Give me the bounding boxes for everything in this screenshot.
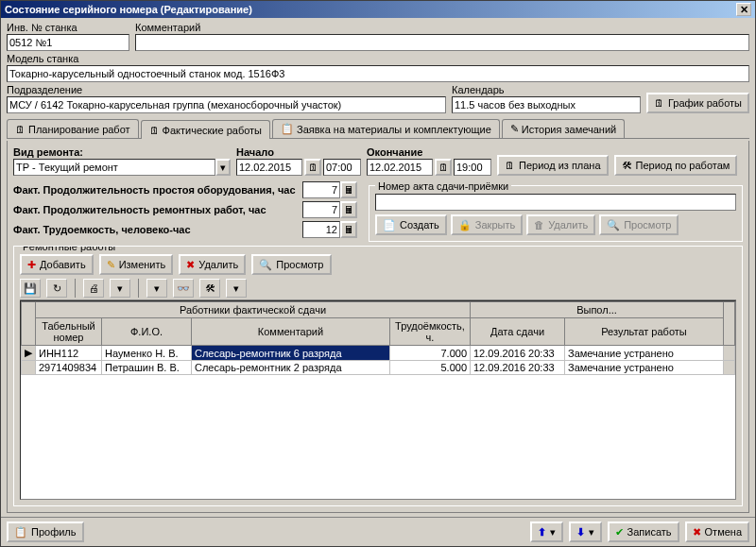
calendar-icon[interactable]: 🗓 [304, 159, 321, 176]
btn-label: Добавить [40, 259, 86, 270]
save-icon[interactable]: 💾 [20, 279, 41, 298]
grid-group-workers: Работники фактической сдачи [36, 302, 471, 318]
materials-icon: 📋 [281, 123, 294, 135]
btn-label: Закрыть [475, 219, 515, 231]
btn-label: Период из плана [519, 160, 601, 171]
act-view-button[interactable]: 🔍Просмотр [599, 214, 679, 235]
repair-works-legend: Ремонтные работы [20, 246, 736, 252]
act-legend: Номер акта сдачи-приёмки [375, 180, 511, 192]
schedule-icon: 🗓 [654, 97, 664, 109]
col-date[interactable]: Дата сдачи [471, 318, 565, 346]
btn-label: Изменить [119, 259, 166, 270]
close-icon[interactable]: ✕ [736, 3, 751, 16]
view-button[interactable]: 🔍Просмотр [251, 254, 331, 275]
cell-labor: 7.000 [390, 346, 471, 361]
print-icon[interactable]: 🖨 [83, 279, 104, 298]
repair-kind-select[interactable] [13, 159, 215, 176]
chevron-down-icon[interactable]: ▾ [110, 279, 130, 298]
col-fio[interactable]: Ф.И.О. [102, 318, 192, 346]
calendar-label: Календарь [452, 84, 641, 95]
act-number-input[interactable] [375, 194, 736, 211]
inv-label: Инв. № станка [7, 22, 129, 33]
calendar-input[interactable] [452, 96, 641, 113]
btn-label: Профиль [31, 526, 77, 538]
period-work-button[interactable]: 🛠Период по работам [614, 155, 738, 176]
act-close-button[interactable]: 🔒Закрыть [451, 214, 523, 235]
calc-icon[interactable]: 🖩 [340, 201, 357, 218]
cell-labor: 5.000 [390, 361, 471, 375]
dept-input[interactable] [7, 96, 446, 113]
calc-icon[interactable]: 🖩 [340, 181, 357, 198]
tab-label: Заявка на материалы и комплектующие [297, 124, 491, 135]
col-tabno[interactable]: Табельный номер [36, 318, 102, 346]
labor-label: Факт. Трудоемкость, человеко-час [13, 224, 297, 235]
downtime-input[interactable] [302, 181, 340, 198]
inv-input[interactable] [7, 34, 129, 51]
end-time-input[interactable] [454, 159, 491, 176]
period-plan-button[interactable]: 🗓Период из плана [497, 155, 609, 176]
preview-icon: 🔍 [607, 219, 620, 231]
cell-comment: Слесарь-ремонтник 6 разряда [192, 346, 390, 361]
btn-label: Создать [400, 219, 439, 231]
pencil-icon: ✎ [510, 123, 519, 135]
table-row[interactable]: 2971409834 Петрашин В. В. Слесарь-ремонт… [22, 361, 735, 375]
tools-icon: 🛠 [622, 160, 632, 171]
move-up-button[interactable]: ⬆▾ [530, 521, 563, 542]
tab-planning[interactable]: 🗓Планирование работ [7, 119, 139, 138]
comment-input[interactable] [135, 34, 749, 51]
downtime-label: Факт. Продолжительность простоя оборудов… [13, 184, 297, 196]
btn-label: Период по работам [636, 160, 730, 171]
act-delete-button[interactable]: 🗑Удалить [526, 214, 595, 235]
cell-tab: 2971409834 [36, 361, 102, 375]
grid[interactable]: Работники фактической сдачи Выпол... Таб… [20, 300, 736, 500]
tabpane-actual: Вид ремонта: ▾ Начало 🗓 Окончание [7, 141, 749, 513]
filter-icon[interactable]: ▾ [146, 279, 167, 298]
tools-icon[interactable]: 🛠 [199, 279, 220, 298]
tab-history[interactable]: ✎История замечаний [502, 119, 625, 138]
dept-label: Подразделение [7, 84, 446, 95]
calendar-icon[interactable]: 🗓 [435, 159, 452, 176]
edit-button[interactable]: ✎Изменить [99, 254, 174, 275]
find-icon[interactable]: 👓 [173, 279, 194, 298]
col-labor[interactable]: Трудоёмкость, ч. [390, 318, 471, 346]
model-input[interactable] [7, 65, 749, 82]
col-result[interactable]: Результат работы [565, 318, 724, 346]
profile-icon: 📋 [14, 526, 27, 538]
workdur-label: Факт. Продолжительность ремонтных работ,… [13, 204, 297, 215]
cell-result: Замечание устранено [565, 346, 724, 361]
start-date-input[interactable] [236, 159, 302, 176]
start-time-input[interactable] [323, 159, 361, 176]
schedule-button[interactable]: 🗓 График работы [646, 93, 749, 113]
repair-kind-label: Вид ремонта: [13, 146, 231, 158]
refresh-icon[interactable]: ↻ [46, 279, 67, 298]
calc-icon[interactable]: 🖩 [340, 221, 357, 238]
delete-button[interactable]: ✖Удалить [179, 254, 246, 275]
labor-input[interactable] [302, 221, 340, 238]
btn-label: Удалить [198, 259, 238, 270]
end-label: Окончание [367, 146, 491, 158]
add-button[interactable]: ✚Добавить [20, 254, 94, 275]
tab-actual[interactable]: 🗓Фактические работы [141, 120, 270, 139]
btn-label: Просмотр [624, 219, 671, 231]
cell-comment: Слесарь-ремонтник 2 разряда [192, 361, 390, 375]
act-create-button[interactable]: 📄Создать [375, 214, 447, 235]
save-button[interactable]: ✔Записать [608, 521, 679, 542]
cell-tab: ИНН112 [36, 346, 102, 361]
tab-label: Фактические работы [163, 125, 262, 136]
move-down-button[interactable]: ⬇▾ [569, 521, 602, 542]
minus-icon: ✖ [186, 259, 195, 271]
cancel-button[interactable]: ✖Отмена [685, 521, 749, 542]
profile-button[interactable]: 📋Профиль [7, 521, 84, 542]
workdur-input[interactable] [302, 201, 340, 218]
period-icon: 🗓 [505, 160, 515, 171]
plus-icon: ✚ [27, 259, 36, 271]
end-date-input[interactable] [367, 159, 433, 176]
col-comment[interactable]: Комментарий [192, 318, 390, 346]
cell-fio: Петрашин В. В. [102, 361, 192, 375]
cancel-icon: ✖ [693, 526, 701, 538]
chevron-down-icon[interactable]: ▾ [215, 159, 231, 176]
btn-label: Отмена [705, 526, 742, 538]
chevron-down-icon[interactable]: ▾ [226, 279, 247, 298]
tab-materials[interactable]: 📋Заявка на материалы и комплектующие [272, 119, 500, 138]
table-row[interactable]: ▶ ИНН112 Науменко Н. В. Слесарь-ремонтни… [22, 346, 735, 361]
